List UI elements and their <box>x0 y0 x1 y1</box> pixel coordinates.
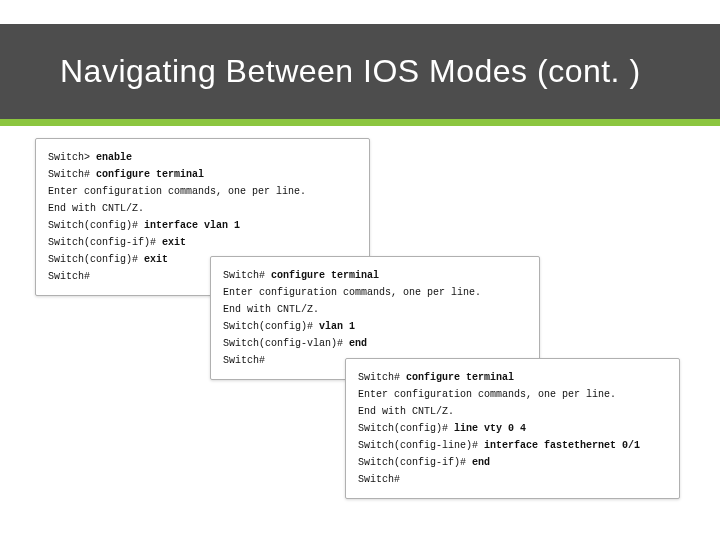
term-line: Enter configuration commands, one per li… <box>48 183 357 200</box>
term-line: Switch(config)# interface vlan 1 <box>48 217 357 234</box>
term-line: Enter configuration commands, one per li… <box>358 386 667 403</box>
term-line: Switch> enable <box>48 149 357 166</box>
title-band: Navigating Between IOS Modes (cont. ) <box>0 24 720 126</box>
term-line: Switch# configure terminal <box>223 267 527 284</box>
term-line: Switch(config)# line vty 0 4 <box>358 420 667 437</box>
slide-title: Navigating Between IOS Modes (cont. ) <box>60 53 641 90</box>
term-line: Enter configuration commands, one per li… <box>223 284 527 301</box>
term-line: Switch# configure terminal <box>358 369 667 386</box>
term-line: End with CNTL/Z. <box>358 403 667 420</box>
term-line: Switch(config-vlan)# end <box>223 335 527 352</box>
term-line: End with CNTL/Z. <box>223 301 527 318</box>
term-line: End with CNTL/Z. <box>48 200 357 217</box>
terminal-panel-3: Switch# configure terminal Enter configu… <box>345 358 680 499</box>
term-line: Switch(config-if)# exit <box>48 234 357 251</box>
term-line: Switch# <box>358 471 667 488</box>
term-line: Switch(config-line)# interface fastether… <box>358 437 667 454</box>
term-line: Switch# configure terminal <box>48 166 357 183</box>
term-line: Switch(config)# vlan 1 <box>223 318 527 335</box>
content-stage: Switch> enable Switch# configure termina… <box>0 126 720 516</box>
term-line: Switch(config-if)# end <box>358 454 667 471</box>
